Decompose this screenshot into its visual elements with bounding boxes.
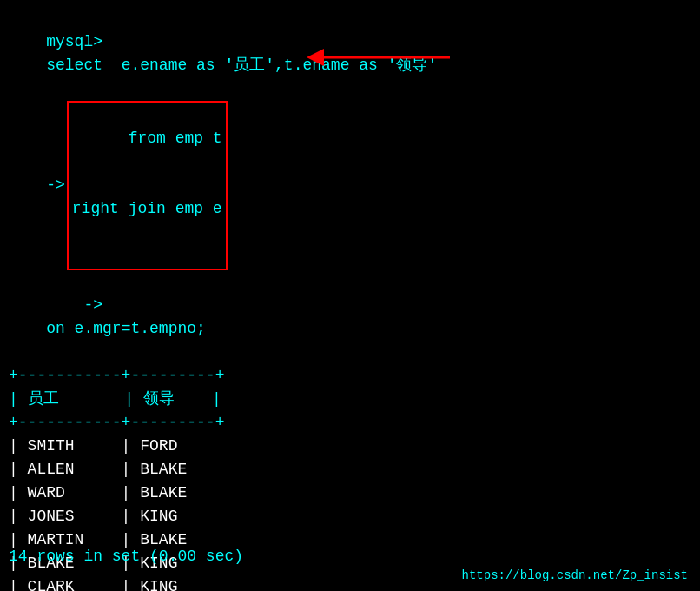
table-body: | SMITH | FORD| ALLEN | BLAKE| WARD | BL… bbox=[9, 435, 691, 591]
prompt: mysql> bbox=[46, 33, 102, 50]
divider-top: +-----------+---------+ bbox=[9, 364, 691, 388]
query-text-4: on e.mgr=t.empno; bbox=[46, 320, 206, 337]
table-row: | WARD | BLAKE bbox=[9, 481, 691, 505]
footer-text: 14 rows in set (0.00 sec) bbox=[9, 548, 243, 565]
arrow-annotation bbox=[302, 38, 459, 82]
highlighted-box: from emp t right join emp e bbox=[67, 101, 228, 270]
svg-marker-1 bbox=[307, 49, 324, 66]
query-line-4: -> on e.mgr=t.empno; bbox=[9, 270, 691, 364]
table-header: | 员工 | 领导 | bbox=[9, 388, 691, 411]
terminal-window: mysql> select e.ename as '员工',t.ename as… bbox=[0, 0, 700, 591]
table-row: | ALLEN | BLAKE bbox=[9, 458, 691, 481]
continuation-3: -> bbox=[46, 296, 112, 314]
divider-mid: +-----------+---------+ bbox=[9, 411, 691, 435]
table-row: | SMITH | FORD bbox=[9, 435, 691, 458]
table-row: | JONES | KING bbox=[9, 505, 691, 528]
query-line-2: -> from emp t right join emp e bbox=[9, 101, 691, 270]
url-label: https://blog.csdn.net/Zp_insist bbox=[462, 568, 688, 582]
red-arrow-svg bbox=[302, 38, 459, 77]
continuation-1: -> bbox=[9, 174, 65, 197]
